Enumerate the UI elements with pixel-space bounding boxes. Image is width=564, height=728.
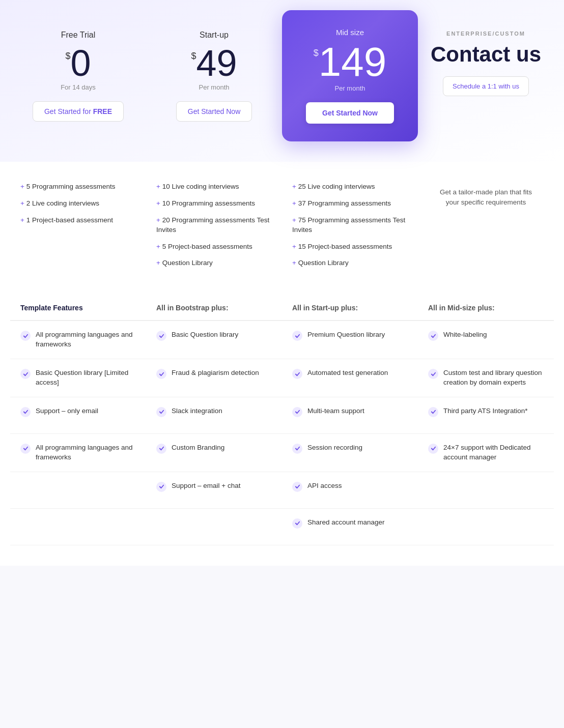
check-icon bbox=[292, 482, 302, 492]
cell-label: 24×7 support with Dedicated account mana… bbox=[443, 443, 544, 462]
check-icon bbox=[20, 407, 31, 417]
midsize-feat-1: + 25 Live coding interviews bbox=[292, 182, 408, 192]
table-row-4-col-2: API access bbox=[282, 472, 418, 509]
table-row-3-col-0: All programming languages and frameworks bbox=[10, 434, 146, 472]
midsize-feat-5: + Question Library bbox=[292, 258, 408, 268]
plan-startup-currency: $ bbox=[191, 51, 196, 62]
table-row-1-col-0: Basic Question library [Limited access] bbox=[10, 359, 146, 397]
feature-col-free: + 5 Programming assessments + 2 Live cod… bbox=[10, 177, 146, 280]
check-icon bbox=[156, 369, 166, 379]
table-row-2-col-3: Third party ATS Integration* bbox=[418, 397, 554, 434]
plan-enterprise-price: Contact us bbox=[428, 43, 544, 66]
midsize-feat-3: + 75 Programming assessments Test Invite… bbox=[292, 216, 408, 235]
feature-col-midsize: + 25 Live coding interviews + 37 Program… bbox=[282, 177, 418, 280]
cell-label: Support – email + chat bbox=[172, 481, 240, 491]
startup-feat-3: + 20 Programming assessments Test Invite… bbox=[156, 216, 272, 235]
plan-startup-period: Per month bbox=[156, 83, 272, 91]
startup-feat-2: + 10 Programming assessments bbox=[156, 199, 272, 209]
table-row-0-col-2: Premium Question library bbox=[282, 321, 418, 359]
check-icon bbox=[292, 407, 302, 417]
check-icon bbox=[428, 407, 438, 417]
table-row-4-col-3 bbox=[418, 472, 554, 509]
plan-midsize-price: 149 bbox=[319, 42, 386, 82]
check-icon bbox=[156, 331, 166, 341]
table-row-1-col-3: Custom test and library question creatio… bbox=[418, 359, 554, 397]
plan-free-name: Free Trial bbox=[20, 31, 136, 40]
cell-label: Third party ATS Integration* bbox=[443, 406, 528, 416]
check-icon bbox=[292, 331, 302, 341]
plan-midsize: Mid size $ 149 Per month Get Started Now bbox=[282, 10, 418, 141]
table-row-0-col-1: Basic Question library bbox=[146, 321, 282, 359]
check-icon bbox=[20, 369, 31, 379]
table-row-5-col-0 bbox=[10, 509, 146, 545]
check-icon bbox=[20, 331, 31, 341]
table-row-5-col-1 bbox=[146, 509, 282, 545]
feature-col-enterprise: Get a tailor-made plan that fits your sp… bbox=[418, 177, 554, 280]
check-icon bbox=[156, 407, 166, 417]
cell-label: API access bbox=[307, 481, 342, 491]
plan-startup-name: Start-up bbox=[156, 31, 272, 40]
plan-enterprise-cta[interactable]: Schedule a 1:1 with us bbox=[443, 76, 529, 96]
plan-midsize-currency: $ bbox=[314, 48, 319, 59]
free-feat-2: + 2 Live coding interviews bbox=[20, 199, 136, 209]
free-feat-1: + 5 Programming assessments bbox=[20, 182, 136, 192]
cell-label: Automated test generation bbox=[307, 368, 388, 378]
free-feat-3: + 1 Project-based assessment bbox=[20, 216, 136, 225]
cell-label: Custom test and library question creatio… bbox=[443, 368, 544, 388]
cell-label: Session recording bbox=[307, 443, 362, 453]
table-header-2: All in Start-up plus: bbox=[282, 296, 418, 321]
cell-label: Support – only email bbox=[36, 406, 98, 416]
cell-label: All programming languages and frameworks bbox=[36, 330, 136, 350]
check-icon bbox=[292, 444, 302, 454]
table-row-5-col-3 bbox=[418, 509, 554, 545]
cell-label: Basic Question library [Limited access] bbox=[36, 368, 136, 388]
plan-enterprise: ENTERPRISE/CUSTOM Contact us Schedule a … bbox=[418, 15, 554, 111]
check-icon bbox=[428, 444, 438, 454]
cell-label: White-labeling bbox=[443, 330, 487, 340]
table-row-4-col-0 bbox=[10, 472, 146, 509]
table-row-1-col-1: Fraud & plagiarism detection bbox=[146, 359, 282, 397]
feature-table: Template Features All in Bootstrap plus:… bbox=[10, 296, 554, 545]
check-icon bbox=[292, 518, 302, 529]
startup-feat-4: + 5 Project-based assessments bbox=[156, 242, 272, 252]
table-row-3-col-3: 24×7 support with Dedicated account mana… bbox=[418, 434, 554, 472]
cell-label: Custom Branding bbox=[172, 443, 224, 453]
cell-label: Multi-team support bbox=[307, 406, 364, 416]
table-header-0: Template Features bbox=[10, 296, 146, 321]
check-icon bbox=[428, 369, 438, 379]
table-row-3-col-2: Session recording bbox=[282, 434, 418, 472]
table-header-3: All in Mid-size plus: bbox=[418, 296, 554, 321]
startup-feat-5: + Question Library bbox=[156, 258, 272, 268]
table-header-1: All in Bootstrap plus: bbox=[146, 296, 282, 321]
table-row-0-col-0: All programming languages and frameworks bbox=[10, 321, 146, 359]
table-row-0-col-3: White-labeling bbox=[418, 321, 554, 359]
plan-free-currency: $ bbox=[65, 51, 70, 62]
midsize-feat-4: + 15 Project-based assessments bbox=[292, 242, 408, 252]
cell-label: Slack integration bbox=[172, 406, 222, 416]
plan-free-price: 0 bbox=[70, 45, 91, 81]
plan-free-period: For 14 days bbox=[20, 83, 136, 91]
check-icon bbox=[292, 369, 302, 379]
check-icon bbox=[156, 444, 166, 454]
plan-startup-price: 49 bbox=[196, 45, 237, 81]
check-icon bbox=[20, 444, 31, 454]
plan-startup: Start-up $ 49 Per month Get Started Now bbox=[146, 15, 282, 137]
plan-midsize-period: Per month bbox=[292, 84, 408, 92]
check-icon bbox=[428, 331, 438, 341]
cell-label: All programming languages and frameworks bbox=[36, 443, 136, 462]
startup-feat-1: + 10 Live coding interviews bbox=[156, 182, 272, 192]
cell-label: Fraud & plagiarism detection bbox=[172, 368, 259, 378]
plan-free: Free Trial $ 0 For 14 days Get Started f… bbox=[10, 15, 146, 137]
enterprise-note: Get a tailor-made plan that fits your sp… bbox=[428, 182, 544, 213]
plan-startup-cta[interactable]: Get Started Now bbox=[176, 101, 252, 122]
table-row-1-col-2: Automated test generation bbox=[282, 359, 418, 397]
table-row-2-col-0: Support – only email bbox=[10, 397, 146, 434]
table-row-4-col-1: Support – email + chat bbox=[146, 472, 282, 509]
cell-label: Basic Question library bbox=[172, 330, 238, 340]
plan-enterprise-name: ENTERPRISE/CUSTOM bbox=[428, 31, 544, 37]
cell-label: Premium Question library bbox=[307, 330, 385, 340]
table-row-5-col-2: Shared account manager bbox=[282, 509, 418, 545]
table-row-3-col-1: Custom Branding bbox=[146, 434, 282, 472]
plan-free-cta[interactable]: Get Started for FREE bbox=[33, 101, 124, 122]
plan-midsize-cta[interactable]: Get Started Now bbox=[306, 102, 394, 124]
